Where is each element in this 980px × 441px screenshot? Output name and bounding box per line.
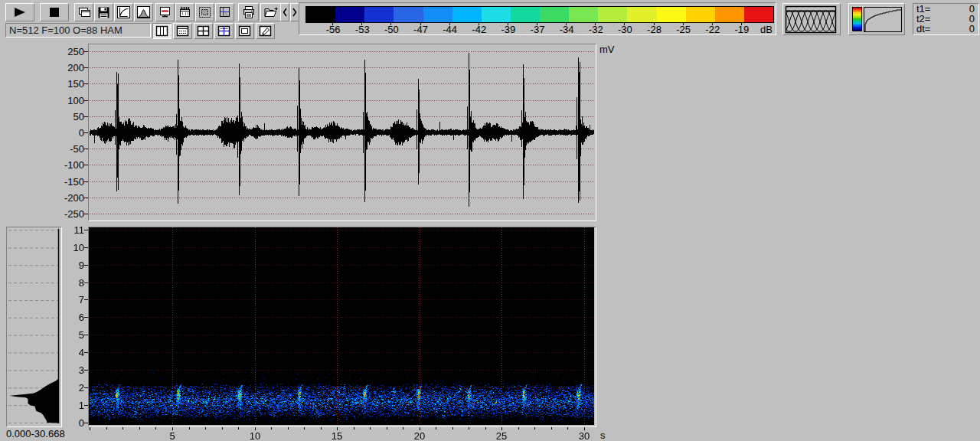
time-cursor-readout: t1=0 t2=0 dt=0: [913, 3, 979, 35]
waveform-ytick: [84, 100, 88, 101]
waveform-ytick-label: -150: [46, 176, 84, 188]
color-scale-label: -32: [583, 24, 608, 35]
dither-display-button[interactable]: [195, 3, 214, 21]
sampling-settings-button[interactable]: s: [215, 3, 234, 21]
color-scale-label: -28: [642, 24, 667, 35]
color-scale-segment: [657, 7, 686, 22]
spectrogram-display[interactable]: [89, 227, 594, 425]
spectrogram-xtick: [387, 427, 387, 430]
color-scale-segment: [306, 7, 335, 22]
color-scale-label: -56: [321, 24, 345, 35]
spectrogram-ytick: [84, 265, 88, 266]
curve-icon: [117, 6, 130, 18]
color-scale-bar: [305, 6, 774, 23]
color-scale-segment: [569, 7, 598, 22]
color-scale-label: -19: [730, 24, 754, 35]
waveform-ytick: [84, 149, 88, 149]
spectrogram-xtick: [205, 427, 206, 430]
layout-grid-button[interactable]: [194, 23, 213, 39]
fs-icon: s: [218, 6, 231, 18]
spectrogram-xtick: [469, 427, 469, 430]
color-scale-label: -53: [350, 24, 374, 35]
print-button[interactable]: [238, 3, 259, 21]
save-button[interactable]: [94, 3, 113, 21]
spectrogram-ytick-label: 10: [46, 242, 84, 253]
layout-edit-button[interactable]: [256, 23, 275, 39]
color-transfer-curve[interactable]: [848, 3, 905, 35]
window-overlap-preview[interactable]: [782, 3, 841, 35]
spectrogram-xtick: [304, 427, 305, 430]
waveform-ytick-label: 150: [46, 78, 84, 90]
dither-icon: [198, 6, 211, 18]
window-function-button[interactable]: [134, 3, 153, 21]
spectrogram-xtick: [452, 427, 453, 430]
spectrogram-xtick-label: 30: [573, 430, 596, 441]
spectrogram-ytick: [84, 283, 88, 283]
cascade-windows-button[interactable]: [74, 3, 93, 21]
spectrogram-xtick: [106, 427, 107, 430]
display-settings-button[interactable]: [155, 3, 175, 21]
color-scale-label: -30: [612, 24, 637, 35]
color-scale-segment: [540, 7, 569, 22]
spectrogram-xtick: [551, 427, 552, 430]
waveform-ytick: [84, 181, 88, 182]
color-scale-label: -39: [496, 24, 521, 35]
color-scale-segment: [598, 7, 627, 22]
waveform-ytick: [84, 214, 88, 214]
spectrogram-xtick: [288, 427, 289, 430]
layout-grid-cross-icon: [217, 25, 230, 37]
spectrogram-ytick: [84, 352, 88, 353]
color-scale-label: -42: [467, 24, 492, 35]
spectrogram-xtick: [189, 427, 190, 430]
spectrogram-xtick: [518, 427, 519, 430]
stop-icon: [49, 7, 60, 18]
layout-edit-icon: [259, 25, 272, 37]
fft-settings-field[interactable]: N=512 F=100 O=88 HAM: [5, 23, 151, 38]
layout-columns-button[interactable]: [152, 23, 172, 39]
dt-row: dt=0: [913, 24, 978, 34]
waveform-ytick: [84, 83, 88, 84]
amplitude-curve-button[interactable]: [114, 3, 133, 21]
waveform-ytick-label: -50: [46, 143, 84, 155]
color-scale-segment: [511, 7, 540, 22]
monitor-icon: [158, 6, 172, 18]
waveform-ytick-label: 0: [46, 127, 84, 139]
spectrogram-ytick: [84, 317, 88, 318]
play-button[interactable]: [5, 3, 34, 21]
spectrogram-ytick: [84, 335, 88, 335]
color-scale-segment: [744, 7, 773, 22]
spectrogram-ytick: [84, 423, 88, 423]
waveform-ytick-label: -250: [46, 208, 84, 220]
average-spectrum-panel: [6, 227, 62, 427]
dt-label: dt=: [916, 24, 930, 34]
spectrogram-ytick-label: 8: [46, 277, 84, 289]
svg-text:s: s: [224, 10, 228, 18]
spectrogram-settings-button[interactable]: [175, 3, 194, 21]
spectrogram-xtick: [321, 427, 322, 430]
waveform-panel: [88, 44, 596, 221]
spectrogram-ytick-label: 4: [46, 347, 84, 358]
spectrogram-ytick: [84, 247, 88, 248]
color-scale-label: -34: [554, 24, 579, 35]
stop-button[interactable]: [40, 3, 69, 21]
color-scale-segment: [482, 7, 511, 22]
layout-single-button[interactable]: [235, 23, 254, 39]
spectrogram-ytick-label: 1: [46, 400, 84, 411]
spectrogram-ytick-label: 3: [46, 364, 84, 376]
spectrogram-xtick: [354, 427, 354, 430]
layout-rows-icon: [176, 25, 189, 37]
spectrogram-ytick-label: 11: [46, 224, 84, 236]
layout-rows-button[interactable]: [173, 23, 192, 39]
color-scale-segment: [394, 7, 423, 22]
layout-grid-cross-button[interactable]: [214, 23, 234, 39]
spectrogram-ytick: [84, 230, 88, 230]
open-file-button[interactable]: [260, 3, 282, 21]
color-scale-segment: [686, 7, 715, 22]
color-scale-label: -37: [525, 24, 550, 35]
waveform-display[interactable]: [89, 44, 594, 219]
waveform-ytick: [84, 198, 88, 198]
scroll-left-button[interactable]: [280, 3, 289, 21]
layout-single-icon: [238, 25, 251, 37]
comb-icon: [178, 6, 191, 18]
spectrogram-ytick-label: 5: [46, 329, 84, 341]
